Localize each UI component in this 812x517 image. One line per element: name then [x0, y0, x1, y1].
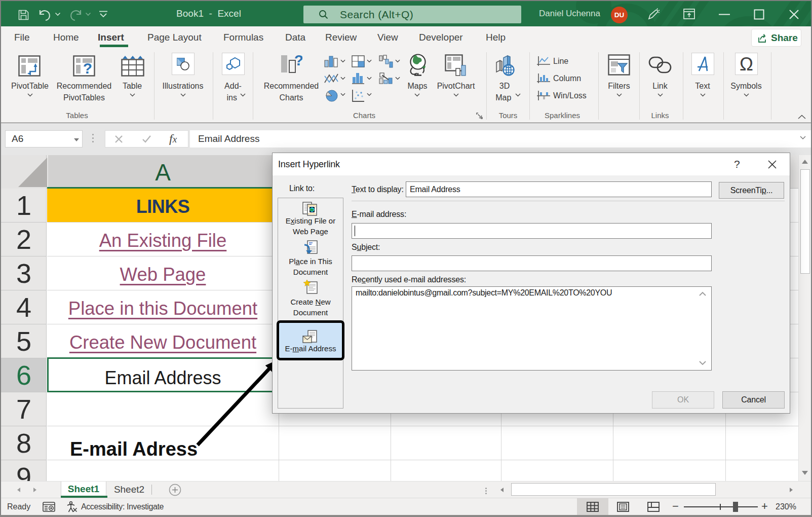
svg-text:?: ?: [294, 54, 302, 68]
svg-text:?: ?: [83, 60, 92, 77]
